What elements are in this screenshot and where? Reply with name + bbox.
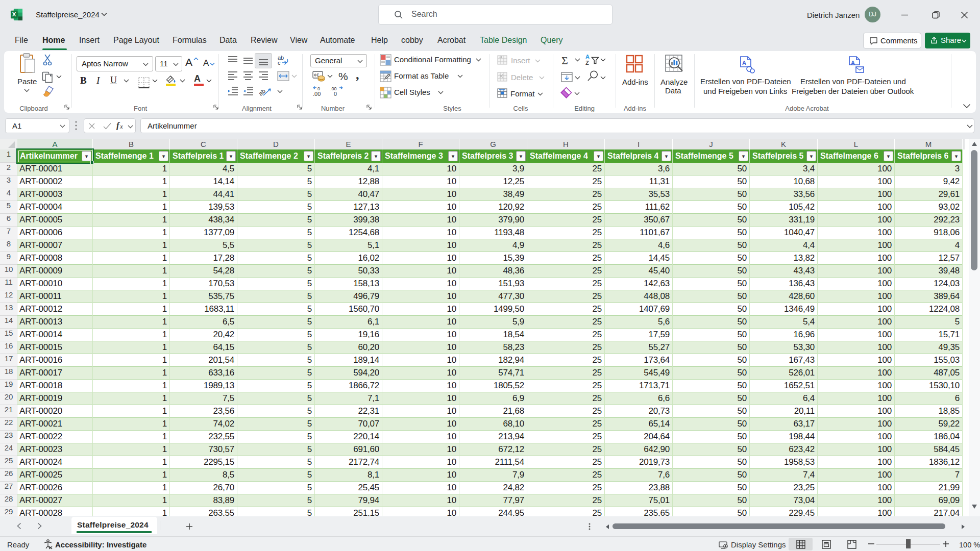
svg-text:A: A — [742, 60, 746, 66]
svg-text:ab: ab — [259, 87, 267, 97]
svg-text:.00: .00 — [313, 91, 321, 97]
svg-text:X: X — [12, 11, 16, 17]
svg-text:A: A — [851, 60, 855, 66]
svg-text:0: 0 — [334, 91, 337, 97]
svg-text:A: A — [585, 54, 590, 60]
svg-text:Z: Z — [585, 60, 589, 66]
svg-text:c: c — [278, 60, 281, 66]
